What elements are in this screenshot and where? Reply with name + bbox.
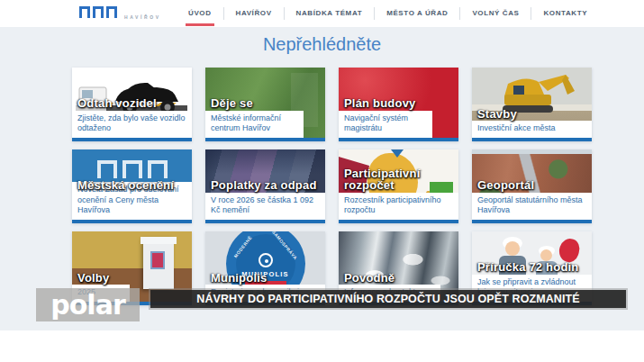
page-title: Nepřehlédněte [0, 34, 644, 55]
tile-subtitle: V roce 2026 se částka 1 092 Kč nemění [205, 193, 325, 220]
tile-title: Volby [77, 271, 109, 285]
tile-title: Munipolis [211, 271, 267, 285]
tile-deje-se[interactable]: Děje se Městské informační centrum Havíř… [205, 68, 325, 141]
tile-title: Příručka 72 hodin [477, 260, 579, 274]
figure-head [505, 241, 520, 256]
tile-odtah-vozidel[interactable]: Odtah vozidel Zjistěte, zda bylo vaše vo… [72, 68, 192, 141]
main-content: Nepřehlédněte Odtah vozidel Zjistěte, zd… [0, 27, 644, 330]
tile-subtitle: Geoportál statutárního města Havířova [472, 193, 592, 220]
polar-logo-text: polar [50, 292, 124, 319]
blue-triangle-icon [391, 149, 404, 158]
havirov-logo-icon [79, 6, 117, 18]
tile-plan-budovy[interactable]: Plán budovy Navigační systém magistrátu [339, 68, 458, 141]
logo-brand-text: HAVÍŘOV [124, 14, 161, 20]
broadcast-icon [259, 253, 273, 267]
tile-title: Odtah vozidel [77, 96, 157, 110]
tile-title: Poplatky za odpad [211, 178, 317, 192]
tile-title: Participativní rozpočet [344, 167, 445, 192]
site-header: HAVÍŘOV ÚVOD HAVÍŘOV NABÍDKA TÉMAT MĚSTO… [0, 0, 644, 27]
tile-subtitle: Investiční akce města [472, 121, 592, 138]
tile-title: Stavby [477, 107, 517, 121]
tile-title: Geoportál [477, 178, 534, 192]
ballot-box-icon [143, 237, 174, 289]
tile-poplatky-za-odpad[interactable]: Poplatky za odpad V roce 2026 se částka … [205, 149, 325, 223]
tile-subtitle: Rozcestník participativního rozpočtu [339, 193, 458, 220]
havirov-logo[interactable]: HAVÍŘOV [79, 6, 161, 20]
nav-item-uvod[interactable]: ÚVOD [177, 7, 223, 20]
nav-item-mesto-a-urad[interactable]: MĚSTO A ÚŘAD [374, 7, 459, 20]
tile-title: Městská ocenění [77, 178, 174, 192]
tile-title: Povodně [344, 271, 395, 285]
nav-item-havirov[interactable]: HAVÍŘOV [223, 7, 284, 20]
polar-watermark: polar [36, 288, 140, 321]
nav-item-kontakty[interactable]: KONTAKTY [531, 7, 599, 20]
tile-subtitle: Městské informační centrum Havířov [205, 111, 304, 138]
tile-geoportal[interactable]: Geoportál Geoportál statutárního města H… [472, 149, 592, 223]
tile-title: Děje se [211, 96, 253, 110]
city-squares-icon [97, 160, 168, 178]
tile-mestska-oceneni[interactable]: Městská ocenění Novela Zásad pro udělová… [72, 149, 192, 223]
tile-subtitle: Navigační systém magistrátu [339, 111, 432, 138]
tile-stavby[interactable]: Stavby Investiční akce města [472, 68, 592, 141]
nav-item-nabidka-temat[interactable]: NABÍDKA TÉMAT [284, 7, 375, 20]
tile-participativni-rozpocet[interactable]: Participativní rozpočet Rozcestník parti… [339, 149, 458, 223]
news-ticker: NÁVRHY DO PARTICIPATIVNÍHO ROZPOČTU JSOU… [150, 290, 626, 308]
main-nav: ÚVOD HAVÍŘOV NABÍDKA TÉMAT MĚSTO A ÚŘAD … [177, 0, 599, 27]
tile-title: Plán budovy [344, 96, 416, 110]
tile-subtitle: Zjistěte, zda bylo vaše vozidlo odtaženo [72, 111, 192, 138]
ticker-headline: NÁVRHY DO PARTICIPATIVNÍHO ROZPOČTU JSOU… [196, 293, 579, 305]
nav-item-volny-cas[interactable]: VOLNÝ ČAS [459, 7, 531, 20]
